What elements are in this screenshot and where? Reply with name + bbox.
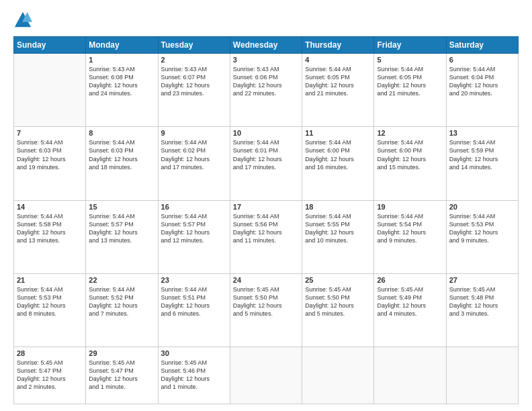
day-info: Sunrise: 5:44 AMSunset: 6:00 PMDaylight:…	[305, 138, 371, 171]
calendar-table: SundayMondayTuesdayWednesdayThursdayFrid…	[13, 36, 519, 404]
calendar-cell: 30 Sunrise: 5:45 AMSunset: 5:46 PMDaylig…	[158, 347, 230, 404]
day-number: 8	[89, 129, 154, 137]
calendar-cell: 25 Sunrise: 5:45 AMSunset: 5:50 PMDaylig…	[302, 273, 374, 347]
calendar-cell: 15 Sunrise: 5:44 AMSunset: 5:57 PMDaylig…	[86, 200, 158, 273]
calendar-week-2: 7 Sunrise: 5:44 AMSunset: 6:03 PMDayligh…	[14, 127, 519, 200]
day-number: 3	[233, 56, 299, 64]
day-info: Sunrise: 5:44 AMSunset: 5:54 PMDaylight:…	[377, 212, 443, 245]
day-number: 29	[89, 349, 154, 357]
calendar-cell: 4 Sunrise: 5:44 AMSunset: 6:05 PMDayligh…	[302, 54, 374, 127]
day-info: Sunrise: 5:44 AMSunset: 5:53 PMDaylight:…	[17, 285, 83, 318]
calendar-cell: 3 Sunrise: 5:43 AMSunset: 6:06 PMDayligh…	[230, 54, 302, 127]
day-info: Sunrise: 5:43 AMSunset: 6:07 PMDaylight:…	[161, 65, 227, 98]
day-info: Sunrise: 5:45 AMSunset: 5:48 PMDaylight:…	[449, 285, 515, 318]
weekday-header-wednesday: Wednesday	[230, 37, 302, 54]
calendar-cell: 1 Sunrise: 5:43 AMSunset: 6:08 PMDayligh…	[86, 54, 158, 127]
calendar-cell	[374, 347, 446, 404]
day-number: 1	[89, 56, 154, 64]
day-info: Sunrise: 5:44 AMSunset: 6:03 PMDaylight:…	[17, 138, 83, 171]
calendar-cell: 11 Sunrise: 5:44 AMSunset: 6:00 PMDaylig…	[302, 127, 374, 200]
day-number: 7	[17, 129, 83, 137]
calendar-cell: 26 Sunrise: 5:45 AMSunset: 5:49 PMDaylig…	[374, 273, 446, 347]
day-info: Sunrise: 5:45 AMSunset: 5:50 PMDaylight:…	[233, 285, 299, 318]
day-number: 21	[17, 276, 83, 284]
day-number: 10	[233, 129, 299, 137]
calendar-cell	[14, 54, 86, 127]
day-number: 26	[377, 276, 443, 284]
day-info: Sunrise: 5:45 AMSunset: 5:46 PMDaylight:…	[161, 359, 227, 392]
calendar-cell: 27 Sunrise: 5:45 AMSunset: 5:48 PMDaylig…	[446, 273, 518, 347]
weekday-header-sunday: Sunday	[14, 37, 86, 54]
calendar-cell: 5 Sunrise: 5:44 AMSunset: 6:05 PMDayligh…	[374, 54, 446, 127]
day-info: Sunrise: 5:44 AMSunset: 5:58 PMDaylight:…	[17, 212, 83, 245]
day-number: 5	[377, 56, 443, 64]
day-info: Sunrise: 5:44 AMSunset: 6:01 PMDaylight:…	[233, 138, 299, 171]
calendar-cell	[446, 347, 518, 404]
day-info: Sunrise: 5:44 AMSunset: 5:55 PMDaylight:…	[305, 212, 371, 245]
day-number: 17	[233, 203, 299, 211]
calendar-cell: 24 Sunrise: 5:45 AMSunset: 5:50 PMDaylig…	[230, 273, 302, 347]
day-info: Sunrise: 5:44 AMSunset: 5:59 PMDaylight:…	[449, 138, 515, 171]
day-number: 28	[17, 349, 83, 357]
calendar-cell: 29 Sunrise: 5:45 AMSunset: 5:47 PMDaylig…	[86, 347, 158, 404]
weekday-header-saturday: Saturday	[446, 37, 518, 54]
day-info: Sunrise: 5:45 AMSunset: 5:47 PMDaylight:…	[89, 359, 154, 392]
day-number: 4	[305, 56, 371, 64]
calendar-week-5: 28 Sunrise: 5:45 AMSunset: 5:47 PMDaylig…	[14, 347, 519, 404]
logo-icon	[13, 11, 32, 30]
day-info: Sunrise: 5:44 AMSunset: 5:51 PMDaylight:…	[161, 285, 227, 318]
calendar-cell: 16 Sunrise: 5:44 AMSunset: 5:57 PMDaylig…	[158, 200, 230, 273]
day-info: Sunrise: 5:45 AMSunset: 5:49 PMDaylight:…	[377, 285, 443, 318]
calendar-cell: 28 Sunrise: 5:45 AMSunset: 5:47 PMDaylig…	[14, 347, 86, 404]
calendar-cell: 17 Sunrise: 5:44 AMSunset: 5:56 PMDaylig…	[230, 200, 302, 273]
day-number: 2	[161, 56, 227, 64]
weekday-header-row: SundayMondayTuesdayWednesdayThursdayFrid…	[14, 37, 519, 54]
day-info: Sunrise: 5:43 AMSunset: 6:08 PMDaylight:…	[89, 65, 154, 98]
day-number: 18	[305, 203, 371, 211]
weekday-header-monday: Monday	[86, 37, 158, 54]
calendar-cell	[230, 347, 302, 404]
weekday-header-friday: Friday	[374, 37, 446, 54]
day-info: Sunrise: 5:44 AMSunset: 6:04 PMDaylight:…	[449, 65, 515, 98]
day-info: Sunrise: 5:45 AMSunset: 5:50 PMDaylight:…	[305, 285, 371, 318]
day-info: Sunrise: 5:44 AMSunset: 6:05 PMDaylight:…	[377, 65, 443, 98]
day-info: Sunrise: 5:44 AMSunset: 5:57 PMDaylight:…	[89, 212, 154, 245]
calendar-cell: 18 Sunrise: 5:44 AMSunset: 5:55 PMDaylig…	[302, 200, 374, 273]
calendar-cell: 9 Sunrise: 5:44 AMSunset: 6:02 PMDayligh…	[158, 127, 230, 200]
calendar-cell: 12 Sunrise: 5:44 AMSunset: 6:00 PMDaylig…	[374, 127, 446, 200]
day-number: 25	[305, 276, 371, 284]
day-number: 24	[233, 276, 299, 284]
day-number: 12	[377, 129, 443, 137]
day-number: 15	[89, 203, 154, 211]
calendar-cell: 8 Sunrise: 5:44 AMSunset: 6:03 PMDayligh…	[86, 127, 158, 200]
calendar-cell: 6 Sunrise: 5:44 AMSunset: 6:04 PMDayligh…	[446, 54, 518, 127]
calendar-cell: 13 Sunrise: 5:44 AMSunset: 5:59 PMDaylig…	[446, 127, 518, 200]
calendar-week-3: 14 Sunrise: 5:44 AMSunset: 5:58 PMDaylig…	[14, 200, 519, 273]
day-info: Sunrise: 5:44 AMSunset: 5:53 PMDaylight:…	[449, 212, 515, 245]
calendar-cell: 2 Sunrise: 5:43 AMSunset: 6:07 PMDayligh…	[158, 54, 230, 127]
header	[13, 11, 519, 30]
day-number: 23	[161, 276, 227, 284]
calendar-cell: 7 Sunrise: 5:44 AMSunset: 6:03 PMDayligh…	[14, 127, 86, 200]
day-number: 27	[449, 276, 515, 284]
day-info: Sunrise: 5:44 AMSunset: 5:52 PMDaylight:…	[89, 285, 154, 318]
calendar-cell: 21 Sunrise: 5:44 AMSunset: 5:53 PMDaylig…	[14, 273, 86, 347]
day-number: 22	[89, 276, 154, 284]
calendar-cell: 19 Sunrise: 5:44 AMSunset: 5:54 PMDaylig…	[374, 200, 446, 273]
day-number: 6	[449, 56, 515, 64]
day-number: 16	[161, 203, 227, 211]
weekday-header-thursday: Thursday	[302, 37, 374, 54]
day-number: 11	[305, 129, 371, 137]
calendar-week-4: 21 Sunrise: 5:44 AMSunset: 5:53 PMDaylig…	[14, 273, 519, 347]
day-number: 13	[449, 129, 515, 137]
day-number: 30	[161, 349, 227, 357]
day-number: 19	[377, 203, 443, 211]
day-number: 9	[161, 129, 227, 137]
calendar-cell: 22 Sunrise: 5:44 AMSunset: 5:52 PMDaylig…	[86, 273, 158, 347]
page: SundayMondayTuesdayWednesdayThursdayFrid…	[0, 0, 532, 411]
day-info: Sunrise: 5:45 AMSunset: 5:47 PMDaylight:…	[17, 359, 83, 392]
weekday-header-tuesday: Tuesday	[158, 37, 230, 54]
calendar-cell: 10 Sunrise: 5:44 AMSunset: 6:01 PMDaylig…	[230, 127, 302, 200]
day-info: Sunrise: 5:44 AMSunset: 6:00 PMDaylight:…	[377, 138, 443, 171]
calendar-week-1: 1 Sunrise: 5:43 AMSunset: 6:08 PMDayligh…	[14, 54, 519, 127]
